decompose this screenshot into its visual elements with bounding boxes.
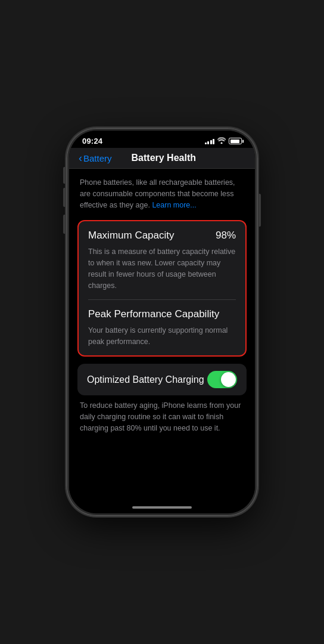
optimized-charging-section: Optimized Battery Charging [77,364,247,395]
learn-more-link[interactable]: Learn more... [152,201,196,209]
status-icons [205,137,242,145]
wifi-icon [217,137,226,145]
home-indicator[interactable] [132,506,192,509]
battery-capacity-section: Maximum Capacity 98% This is a measure o… [77,220,247,357]
battery-status-icon [229,138,242,144]
optimized-charging-footer: To reduce battery aging, iPhone learns f… [69,395,255,442]
optimized-charging-toggle[interactable] [207,371,237,388]
intro-description: Phone batteries, like all rechargeable b… [69,169,255,220]
navigation-bar: ‹ Battery Battery Health [69,148,255,169]
signal-icon [205,138,215,144]
maximum-capacity-label: Maximum Capacity [88,230,175,242]
maximum-capacity-value: 98% [216,230,236,242]
peak-performance-label: Peak Performance Capability [88,308,219,320]
volume-down-button[interactable] [63,215,66,234]
phone-frame: 09:24 [67,128,257,516]
peak-performance-row: Peak Performance Capability [79,300,245,323]
page-title: Battery Health [82,153,245,163]
screen-content: Phone batteries, like all rechargeable b… [69,169,255,499]
phone-screen: 09:24 [69,131,255,513]
maximum-capacity-description: This is a measure of battery capacity re… [79,244,245,299]
notch [126,131,198,145]
optimized-charging-row: Optimized Battery Charging [77,364,247,395]
silent-switch[interactable] [63,167,66,184]
volume-up-button[interactable] [63,188,66,207]
power-button[interactable] [258,194,261,227]
optimized-charging-label: Optimized Battery Charging [87,374,204,385]
peak-performance-description: Your battery is currently supporting nor… [79,323,245,356]
status-time: 09:24 [82,137,102,145]
toggle-thumb [221,372,236,387]
maximum-capacity-row: Maximum Capacity 98% [79,221,245,244]
